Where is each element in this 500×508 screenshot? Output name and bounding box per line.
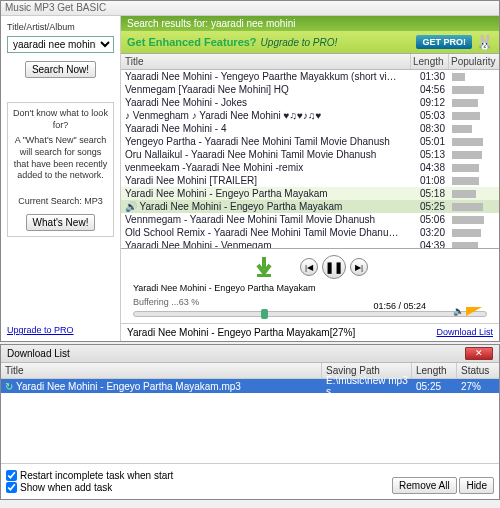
download-title: Download List	[7, 348, 70, 359]
task-arrow-icon: ↻	[5, 381, 13, 392]
results-rows: Yaaradi Nee Mohini - Yengeyo Paarthe May…	[121, 70, 499, 248]
download-list-link[interactable]: Download List	[436, 327, 493, 338]
buffer-status: Buffering ...63 %	[125, 295, 495, 309]
panel-body: A "What's New" search will search for so…	[13, 135, 108, 182]
getpro-button[interactable]: GET PRO!	[416, 35, 472, 49]
result-row[interactable]: Oru Nallaikul - Yaaradi Nee Mohini Tamil…	[121, 148, 499, 161]
dl-row-status: 27%	[457, 379, 499, 394]
status-bar: Yaradi Nee Mohini - Engeyo Partha Mayaka…	[121, 323, 499, 341]
result-row[interactable]: Yaaradi Nee Mohini - Yengeyo Paarthe May…	[121, 70, 499, 83]
result-row[interactable]: Yaaradi Nee Mohini - Jokes09:12	[121, 96, 499, 109]
dl-row-length: 05:25	[412, 379, 457, 394]
promo-main: Get Enhanced Features?	[127, 36, 257, 48]
search-input[interactable]: yaaradi nee mohini	[7, 36, 114, 53]
main-window: Music MP3 Get BASIC Title/Artist/Album y…	[0, 0, 500, 342]
dcol-status[interactable]: Status	[457, 363, 499, 378]
col-length[interactable]: Length	[411, 54, 449, 69]
result-row[interactable]: Yengeyo Partha - Yaaradi Nee Mohini Tami…	[121, 135, 499, 148]
search-button[interactable]: Search Now!	[25, 61, 96, 78]
show-checkbox[interactable]: Show when add task	[6, 482, 173, 493]
rabbit-icon: 🐰	[476, 34, 493, 50]
player: |◀ ❚❚ ▶| Yaradi Nee Mohini - Engeyo Part…	[121, 248, 499, 323]
restart-checkbox[interactable]: Restart incomplete task when start	[6, 470, 173, 481]
download-head: Title Saving Path Length Status	[1, 363, 499, 379]
time-display: 01:56 / 05:24	[373, 301, 426, 311]
progress-bar[interactable]: 01:56 / 05:24 🔈	[133, 311, 487, 317]
download-window: Download List ✕ Title Saving Path Length…	[0, 344, 500, 500]
dcol-title[interactable]: Title	[1, 363, 322, 378]
download-arrow-icon[interactable]	[252, 255, 276, 279]
result-row[interactable]: 🔊 Yaradi Nee Mohini - Engeyo Partha Maya…	[121, 200, 499, 213]
now-playing: Yaradi Nee Mohini - Engeyo Partha Mayaka…	[125, 281, 495, 295]
download-footer: Restart incomplete task when start Show …	[1, 463, 499, 499]
result-row[interactable]: ♪ Venmegham ♪ Yaradi Nee Mohini ♥♫♥♪♫♥05…	[121, 109, 499, 122]
left-panel: Title/Artist/Album yaaradi nee mohini Se…	[1, 16, 121, 341]
search-label: Title/Artist/Album	[7, 22, 114, 32]
speaker-icon: 🔊	[125, 201, 137, 212]
result-row[interactable]: venmeekam -Yaaradi Nee Mohini -remix04:3…	[121, 161, 499, 174]
panel-title: Don't know what to look for?	[13, 108, 108, 131]
volume-control[interactable]: 🔈	[453, 306, 482, 316]
dcol-length[interactable]: Length	[412, 363, 457, 378]
next-button[interactable]: ▶|	[350, 258, 368, 276]
promo-sub: Upgrade to PRO!	[261, 37, 338, 48]
col-popularity[interactable]: Popularity	[449, 54, 499, 69]
download-row[interactable]: ↻Yaradi Nee Mohini - Engeyo Partha Mayak…	[1, 379, 499, 393]
close-button[interactable]: ✕	[465, 347, 493, 360]
results-head: Title Length Popularity	[121, 54, 499, 70]
download-titlebar: Download List ✕	[1, 345, 499, 363]
pause-button[interactable]: ❚❚	[322, 255, 346, 279]
hide-button[interactable]: Hide	[459, 477, 494, 494]
progress-thumb[interactable]	[261, 309, 268, 319]
promo-bar: Get Enhanced Features? Upgrade to PRO! G…	[121, 31, 499, 54]
prev-button[interactable]: |◀	[300, 258, 318, 276]
result-row[interactable]: Yaradi Nee Mohini [TRAILER]01:08	[121, 174, 499, 187]
dl-row-title: Yaradi Nee Mohini - Engeyo Partha Mayaka…	[16, 381, 241, 392]
titlebar: Music MP3 Get BASIC	[1, 1, 499, 16]
app-title: Music MP3 Get BASIC	[5, 2, 106, 13]
upgrade-link[interactable]: Upgrade to PRO	[7, 325, 114, 335]
result-row[interactable]: Yaaradi Nee Mohini - Venmegam04:39	[121, 239, 499, 248]
results-header: Search results for: yaaradi nee mohini	[121, 16, 499, 31]
whatsnew-button[interactable]: What's New!	[26, 214, 96, 231]
result-row[interactable]: Yaaradi Nee Mohini - 408:30	[121, 122, 499, 135]
dl-row-path: E:\music\new mp3 s…	[322, 373, 412, 399]
whatsnew-panel: Don't know what to look for? A "What's N…	[7, 102, 114, 237]
result-row[interactable]: Venmegam [Yaaradi Nee Mohini] HQ04:56	[121, 83, 499, 96]
current-search: Current Search: MP3	[13, 196, 108, 208]
result-row[interactable]: Yaradi Nee Mohini - Engeyo Partha Mayaka…	[121, 187, 499, 200]
remove-all-button[interactable]: Remove All	[392, 477, 457, 494]
result-row[interactable]: Old School Remix - Yaaradi Nee Mohini Ta…	[121, 226, 499, 239]
col-title[interactable]: Title	[121, 54, 411, 69]
results-panel: Search results for: yaaradi nee mohini G…	[121, 16, 499, 341]
result-row[interactable]: Vennmegam - Yaaradi Nee Mohini Tamil Mov…	[121, 213, 499, 226]
status-text: Yaradi Nee Mohini - Engeyo Partha Mayaka…	[127, 327, 355, 338]
svg-rect-0	[257, 274, 271, 277]
